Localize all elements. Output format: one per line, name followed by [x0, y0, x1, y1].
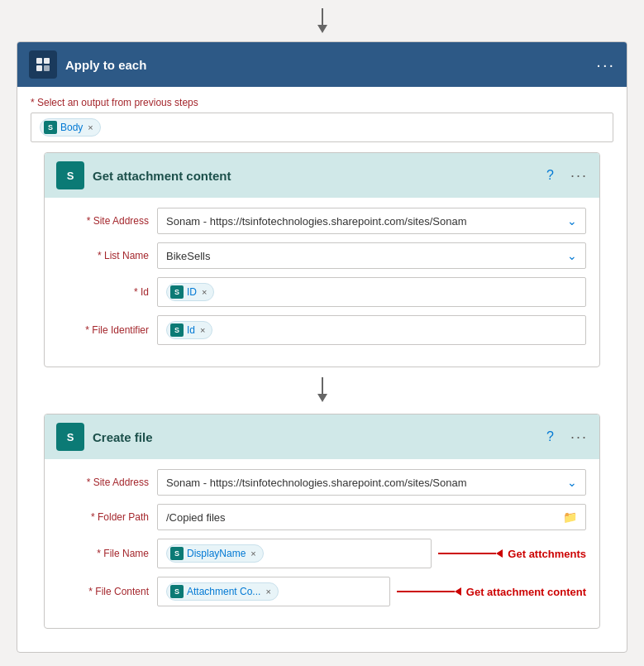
- apply-to-each-icon: [29, 50, 57, 79]
- folder-path-label: * Folder Path: [58, 511, 149, 523]
- site-address-row-2: * Site Address Sonam - https://tsinfotec…: [58, 469, 586, 496]
- site-address-chevron-2: ⌄: [567, 476, 577, 489]
- list-name-label: * List Name: [58, 250, 149, 261]
- display-name-token-remove[interactable]: ×: [250, 549, 255, 558]
- svg-marker-7: [317, 394, 327, 402]
- attachment-content-token-icon: S: [170, 585, 184, 598]
- id-field: S ID ×: [157, 277, 586, 307]
- display-name-token: S DisplayName ×: [166, 544, 264, 563]
- file-identifier-label: * File Identifier: [58, 324, 149, 336]
- get-attachment-header: S Get attachment content ? ···: [45, 153, 599, 198]
- attachment-content-token-text: Attachment Co...: [187, 586, 260, 597]
- id-token: S ID ×: [166, 283, 214, 301]
- site-address-chevron-1: ⌄: [567, 214, 577, 228]
- file-name-label: * File Name: [58, 548, 149, 559]
- apply-to-each-body: * Select an output from previous steps S…: [17, 87, 627, 652]
- list-name-field: BikeSells ⌄: [157, 242, 586, 269]
- create-file-header: S Create file ? ···: [45, 414, 599, 459]
- display-name-token-icon: S: [170, 547, 184, 560]
- id-label: * Id: [58, 286, 149, 298]
- apply-to-each-menu[interactable]: ···: [596, 55, 615, 74]
- folder-path-value: /Copied files: [166, 511, 226, 524]
- create-file-menu[interactable]: ···: [570, 429, 588, 446]
- file-identifier-token-remove[interactable]: ×: [200, 325, 205, 335]
- get-attachment-body: * Site Address Sonam - https://tsinfotec…: [45, 198, 599, 367]
- page-wrapper: Apply to each ··· * Select an output fro…: [0, 0, 644, 666]
- list-name-row: * List Name BikeSells ⌄: [58, 242, 586, 269]
- site-address-label-1: * Site Address: [58, 215, 149, 227]
- body-token-text: Body: [60, 122, 83, 133]
- site-address-field-2: Sonam - https://tsinfotechnologies.share…: [157, 469, 586, 496]
- apply-to-each-header: Apply to each ···: [17, 42, 627, 87]
- id-row: * Id S ID ×: [58, 277, 586, 307]
- get-attachment-menu[interactable]: ···: [570, 167, 588, 184]
- file-content-row: * File Content S Attachment Co... ×: [58, 577, 586, 606]
- site-address-dropdown-1[interactable]: Sonam - https://tsinfotechnologies.share…: [157, 208, 586, 234]
- apply-to-each-container: Apply to each ··· * Select an output fro…: [17, 41, 627, 653]
- attachment-content-token-remove[interactable]: ×: [265, 587, 270, 597]
- folder-path-input[interactable]: /Copied files 📁: [157, 504, 586, 530]
- body-token: S Body ×: [40, 118, 101, 137]
- file-content-token-input[interactable]: S Attachment Co... ×: [157, 577, 390, 606]
- file-name-field: S DisplayName × Get attchments: [157, 539, 586, 568]
- id-token-input[interactable]: S ID ×: [157, 277, 586, 307]
- file-identifier-token-input[interactable]: S Id ×: [157, 315, 586, 345]
- svg-rect-2: [36, 58, 42, 64]
- site-address-field-1: Sonam - https://tsinfotechnologies.share…: [157, 208, 586, 234]
- create-file-card: S Create file ? ··· * Site Address Sonam…: [44, 414, 600, 629]
- id-token-icon: S: [170, 285, 184, 299]
- file-content-label: * File Content: [58, 586, 149, 597]
- file-name-token-input[interactable]: S DisplayName ×: [157, 539, 432, 568]
- svg-rect-5: [44, 65, 50, 71]
- svg-rect-3: [44, 58, 50, 64]
- folder-path-field: /Copied files 📁: [157, 504, 586, 530]
- file-identifier-token: S Id ×: [166, 321, 212, 339]
- id-token-text: ID: [187, 286, 197, 298]
- file-name-row: * File Name S DisplayName ×: [58, 539, 586, 568]
- svg-rect-4: [36, 65, 42, 71]
- select-output-label: * Select an output from previous steps: [31, 97, 613, 108]
- file-identifier-field: S Id ×: [157, 315, 586, 345]
- get-attachment-title: Get attachment content: [93, 169, 538, 183]
- get-attachment-help[interactable]: ?: [546, 168, 554, 183]
- list-name-value: BikeSells: [166, 250, 210, 262]
- file-content-annotation: Get attachment content: [466, 586, 586, 598]
- get-attachment-icon: S: [56, 161, 84, 189]
- site-address-dropdown-2[interactable]: Sonam - https://tsinfotechnologies.share…: [157, 469, 586, 496]
- apply-to-each-title: Apply to each: [65, 58, 588, 72]
- get-attachment-card: S Get attachment content ? ··· * Site Ad…: [44, 152, 600, 367]
- create-file-body: * Site Address Sonam - https://tsinfotec…: [45, 459, 599, 628]
- list-name-chevron: ⌄: [567, 249, 577, 262]
- attachment-content-token: S Attachment Co... ×: [166, 582, 279, 601]
- file-identifier-token-text: Id: [187, 324, 195, 336]
- select-output-input[interactable]: S Body ×: [31, 113, 613, 142]
- site-address-label-2: * Site Address: [58, 477, 149, 488]
- create-file-icon: S: [56, 423, 84, 451]
- site-address-row-1: * Site Address Sonam - https://tsinfotec…: [58, 208, 586, 234]
- svg-marker-1: [317, 25, 327, 33]
- body-token-icon: S: [44, 121, 57, 134]
- create-file-title: Create file: [93, 430, 538, 444]
- file-identifier-row: * File Identifier S Id ×: [58, 315, 586, 345]
- top-connector-arrow: [312, 8, 332, 35]
- folder-icon: 📁: [563, 510, 577, 524]
- file-name-annotation: Get attchments: [508, 548, 586, 560]
- file-identifier-token-icon: S: [170, 323, 184, 337]
- list-name-dropdown[interactable]: BikeSells ⌄: [157, 242, 586, 269]
- id-token-remove[interactable]: ×: [202, 287, 207, 297]
- display-name-token-text: DisplayName: [187, 548, 246, 559]
- folder-path-row: * Folder Path /Copied files 📁: [58, 504, 586, 530]
- body-token-remove[interactable]: ×: [88, 122, 93, 132]
- site-address-value-2: Sonam - https://tsinfotechnologies.share…: [166, 477, 466, 489]
- file-content-field: S Attachment Co... × Get attachment cont…: [157, 577, 586, 606]
- create-file-help[interactable]: ?: [546, 429, 554, 444]
- inner-connector-arrow: [31, 377, 613, 404]
- site-address-value-1: Sonam - https://tsinfotechnologies.share…: [166, 215, 466, 228]
